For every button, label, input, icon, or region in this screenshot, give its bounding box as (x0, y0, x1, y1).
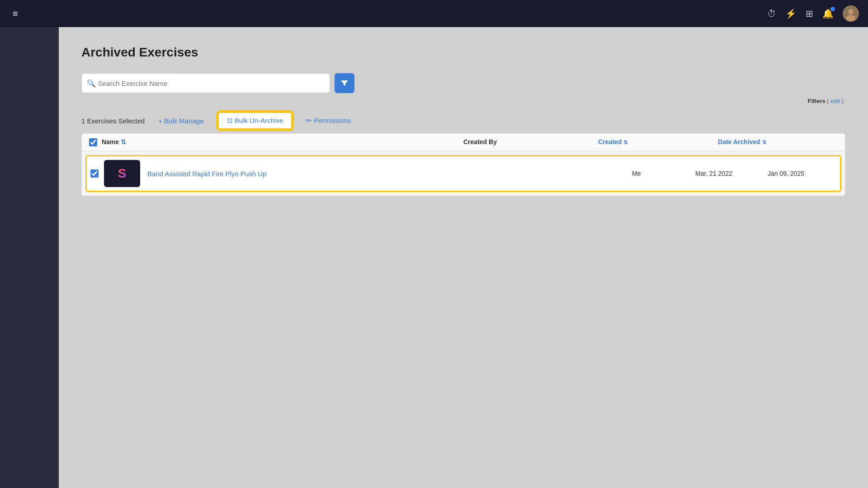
exercise-thumbnail: S (104, 160, 140, 187)
th-created[interactable]: Created ⇅ (598, 138, 718, 146)
topbar-left: ≡ (9, 5, 22, 23)
th-name-label: Name (102, 138, 119, 145)
search-input[interactable] (81, 73, 330, 93)
filters-line: Filters ( edit ) (81, 98, 845, 104)
hamburger-menu-icon[interactable]: ≡ (9, 5, 22, 23)
grid-icon[interactable]: ⊞ (806, 8, 813, 19)
th-created-sort: ⇅ (623, 140, 627, 145)
action-bar: 1 Exercises Selected + Bulk Manage ⊡ Bul… (81, 112, 845, 130)
th-name: Name ⇅ (89, 138, 463, 146)
sidebar (0, 27, 59, 488)
exercise-logo: S (108, 160, 136, 187)
bulk-manage-button[interactable]: + Bulk Manage (158, 117, 203, 125)
table-body: S Band Assisted Rapid Fire Plyo Push Up … (82, 151, 845, 196)
filter-icon (340, 79, 349, 88)
exercises-table-wrapper: Name ⇅ Created By Created ⇅ Date Archive… (81, 133, 845, 196)
th-date-archived[interactable]: Date Archived ⇅ (718, 138, 838, 146)
exercise-created-date: Mar, 21 2022 (688, 170, 760, 177)
exercise-created-by: Me (625, 170, 688, 177)
search-input-wrapper: 🔍 (81, 73, 330, 93)
th-created-by: Created By (463, 138, 598, 146)
th-date-archived-sort: ⇅ (762, 140, 766, 145)
filters-paren-close: ) (842, 98, 844, 104)
filter-button[interactable] (335, 73, 354, 93)
permissions-button[interactable]: ✏ Permissions (306, 117, 351, 125)
filters-edit-link[interactable]: edit (830, 98, 840, 104)
page-title: Archived Exercises (81, 45, 845, 60)
svg-point-1 (848, 9, 854, 14)
action-bar-wrapper: 1 Exercises Selected + Bulk Manage ⊡ Bul… (81, 112, 845, 130)
th-name-sort[interactable]: ⇅ (121, 138, 126, 145)
row-checkbox[interactable] (90, 169, 99, 178)
avatar[interactable] (843, 5, 859, 22)
lightning-icon[interactable]: ⚡ (785, 8, 797, 19)
table-header: Name ⇅ Created By Created ⇅ Date Archive… (82, 134, 845, 151)
bell-icon[interactable]: 🔔 (822, 8, 834, 19)
exercise-date-archived: Jan 09, 2025 (760, 170, 833, 177)
topbar: ≡ ⏱ ⚡ ⊞ 🔔 (0, 0, 868, 27)
search-area: 🔍 (81, 73, 845, 93)
svg-point-2 (846, 15, 855, 21)
table-row: S Band Assisted Rapid Fire Plyo Push Up … (85, 155, 841, 192)
history-icon[interactable]: ⏱ (767, 9, 776, 19)
select-all-checkbox[interactable] (89, 138, 97, 146)
topbar-right: ⏱ ⚡ ⊞ 🔔 (767, 5, 859, 22)
selected-count: 1 Exercises Selected (81, 117, 145, 125)
search-icon: 🔍 (87, 79, 96, 88)
bulk-unarchive-button[interactable]: ⊡ Bulk Un-Archive (217, 112, 293, 130)
shortcut-s-icon: S (118, 166, 127, 181)
filters-paren-open: ( (827, 98, 829, 104)
notification-badge (830, 7, 835, 11)
exercise-name[interactable]: Band Assisted Rapid Fire Plyo Push Up (147, 170, 625, 178)
filters-label: Filters (807, 98, 825, 104)
main-content: Archived Exercises 🔍 Filters ( edit ) 1 … (59, 27, 868, 488)
